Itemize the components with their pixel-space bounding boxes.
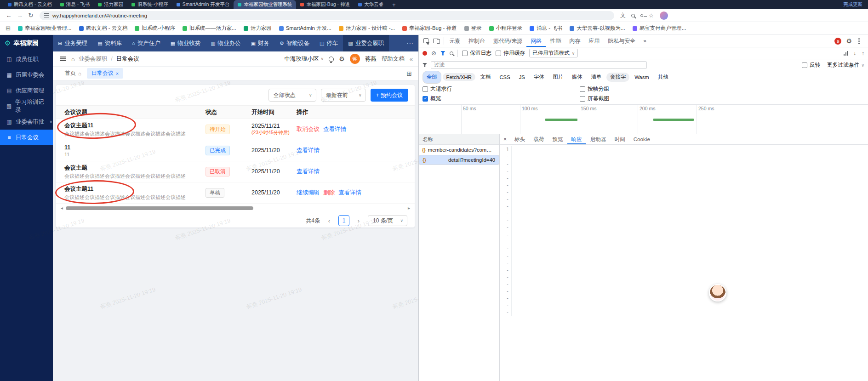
error-count-badge[interactable]: 9 [834,38,841,45]
sidebar-item[interactable]: ▦ 历届业委会 [0,67,53,83]
close-icon[interactable]: × [116,71,119,76]
devtools-settings-icon[interactable]: ⚙ [846,37,852,45]
new-tab-button[interactable]: + [392,1,396,8]
kebab-menu-icon[interactable] [858,40,860,42]
line-gutter[interactable]: - [500,217,512,224]
devtools-tab[interactable]: 元素 [445,35,464,47]
line-gutter[interactable]: - [500,245,512,252]
line-gutter[interactable]: - [500,224,512,231]
screenshots-checkbox[interactable]: 屏幕截图 [580,95,609,102]
request-type-chip[interactable]: 媒体 [568,73,586,82]
devtools-tab[interactable]: 应用 [584,35,604,47]
tab-routine-meeting[interactable]: 日常会议 × [87,68,123,79]
nav-overflow-icon[interactable]: ··· [402,40,419,46]
line-gutter[interactable]: - [500,231,512,238]
browser-profile-avatar[interactable] [660,11,668,20]
operation-link[interactable]: 查看详情 [297,168,320,176]
bookmark-item[interactable]: 易宝支付商户管理... [633,25,686,32]
prev-page-button[interactable]: ‹ [324,215,335,226]
password-key-icon[interactable] [640,14,643,17]
back-icon[interactable]: ← [4,12,14,19]
bookmark-item[interactable]: 活力家园 [244,25,272,32]
scrollbar-thumb[interactable] [66,206,253,210]
line-gutter[interactable]: - [500,288,512,295]
top-nav-item[interactable]: ◫ 停车 [314,35,343,51]
devtools-tab[interactable]: 控制台 [464,35,489,47]
sort-select[interactable]: 最新在前 ∨ [321,89,366,102]
request-type-chip[interactable]: 全部 [423,71,441,84]
bookmark-item[interactable]: 大华云睿-以视频为... [570,25,625,32]
table-row[interactable]: 会议主题11 会议描述会议描述会议描述会议描述会议描述会议描述 待开始 2025… [56,119,415,140]
user-avatar[interactable]: 蒋 [350,54,360,64]
sidebar-item[interactable]: ▥ 业委会审批 ∨ [0,114,53,130]
record-icon[interactable] [423,51,427,56]
page-size-select[interactable]: 10 条/页 ∨ [368,215,407,226]
overview-checkbox[interactable]: 概览 [423,95,580,102]
table-row[interactable]: 11 11 已完成 2025/11/20 [56,140,415,161]
sidebar-item[interactable]: ▧ 学习培训记录 [0,98,53,114]
browser-tab[interactable]: 幸福家园物业管理系统 [234,0,296,9]
bookmark-item[interactable]: 幸福家园物业管理... [18,25,72,32]
line-gutter[interactable]: - [500,196,512,203]
line-gutter[interactable]: - [500,188,512,195]
operation-link[interactable]: 查看详情 [323,125,346,133]
network-filter-input[interactable]: 过滤 [431,61,647,69]
browser-tab[interactable]: 旧系统-小程序 [127,0,172,9]
devtools-tab[interactable]: 性能 [546,35,565,47]
top-nav-item[interactable]: ▨ 业委会履职 [343,35,389,51]
big-request-rows-checkbox[interactable]: 大请求行 [423,85,580,93]
bookmark-item[interactable]: 活力家园 - 设计稿 -... [339,25,395,32]
response-json-viewer[interactable]: 1 { - [500,145,868,381]
apps-grid-icon[interactable]: ⊞ [6,25,11,32]
invert-filter-checkbox[interactable]: 反转 [802,62,821,69]
inspect-element-icon[interactable] [423,38,429,44]
operation-link[interactable]: 取消会议 [297,125,320,133]
browser-tab[interactable]: 消息 - 飞书 [56,0,94,9]
bookmark-item[interactable]: 旧系统——活力家... [183,25,236,32]
line-gutter[interactable]: - [500,153,512,160]
settings-gear-icon[interactable]: ⚙ [339,55,345,63]
bookmark-item[interactable]: 腾讯文档 - 云文档 [79,25,128,32]
table-row[interactable]: 会议主题 会议描述会议描述会议描述会议描述会议描述会议描述 已取消 2025/1… [56,161,415,182]
request-list-header[interactable]: 名称 [419,134,499,145]
home-icon[interactable]: ⌂ [71,56,75,63]
detail-tab[interactable]: Cookie [629,134,654,144]
request-type-chip[interactable]: Fetch/XHR [443,73,475,81]
scrollbar-track[interactable] [65,206,406,210]
translate-icon[interactable]: 文 [620,11,626,19]
close-detail-icon[interactable]: × [500,136,510,142]
search-icon[interactable] [450,51,453,55]
request-type-chip[interactable]: 图片 [549,73,567,82]
browser-update-button[interactable]: 完成更新 [843,1,862,8]
operation-link[interactable]: 查看详情 [297,147,320,154]
scroll-right-icon[interactable]: ▸ [408,205,410,210]
top-nav-item[interactable]: ⌂ 资产住户 [127,35,166,51]
scroll-left-icon[interactable]: ◂ [61,205,63,210]
line-gutter[interactable]: - [500,280,512,287]
table-row[interactable]: 会议主题11 会议描述会议描述会议描述会议描述会议描述会议描述 草稿 2025/… [56,182,415,204]
sidebar-item[interactable]: ≡ 日常会议 [0,130,53,145]
next-page-button[interactable]: › [353,215,364,226]
detail-tab[interactable]: 标头 [510,134,529,144]
line-gutter[interactable]: - [500,203,512,210]
detail-tab[interactable]: 载荷 [529,134,548,144]
line-gutter[interactable]: - [500,252,512,259]
top-nav-item[interactable]: ▦ 物业收费 [166,35,206,51]
devtools-tab[interactable]: 网络 [526,35,546,47]
tab-home[interactable]: 首页 ⌂ [65,69,81,77]
devtools-tab[interactable]: 内存 [565,35,584,47]
request-type-chip[interactable]: 文档 [477,73,495,82]
top-nav-item[interactable]: ⊞ 业务受理 [53,35,92,51]
breadcrumb-parent[interactable]: 业委会履职 [79,55,108,63]
request-type-chip[interactable]: 其他 [654,73,672,82]
device-toolbar-icon[interactable] [433,38,440,44]
line-gutter[interactable]: - [500,309,512,316]
network-conditions-icon[interactable] [844,51,848,56]
bookmark-item[interactable]: 旧系统-小程序 [135,25,175,32]
top-nav-item[interactable]: ⚙ 智能设备 [274,35,314,51]
detail-tab[interactable]: 时间 [611,134,629,144]
filter-funnel-icon[interactable] [440,51,445,56]
line-gutter[interactable]: - [500,160,512,167]
reload-icon[interactable]: ↻ [26,12,36,19]
help-doc-link[interactable]: 帮助文档 [382,55,405,63]
